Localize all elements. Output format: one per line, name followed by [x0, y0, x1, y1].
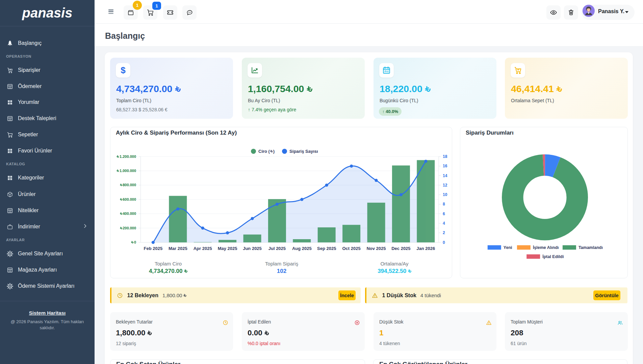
svg-text:May 2025: May 2025 — [218, 246, 237, 251]
svg-text:Sep 2025: Sep 2025 — [317, 246, 336, 251]
svg-text:Aug 2025: Aug 2025 — [292, 246, 312, 251]
svg-text:İşleme Alındı: İşleme Alındı — [533, 245, 559, 250]
svg-text:Nov 2025: Nov 2025 — [366, 246, 386, 251]
svg-text:Oct 2025: Oct 2025 — [342, 246, 360, 251]
svg-text:Apr 2025: Apr 2025 — [194, 246, 212, 251]
svg-text:Feb 2025: Feb 2025 — [144, 246, 163, 251]
svg-text:Jul 2025: Jul 2025 — [268, 246, 286, 251]
svg-text:Tamamlandı: Tamamlandı — [578, 245, 603, 250]
svg-text:Dec 2025: Dec 2025 — [391, 246, 410, 251]
svg-text:Jun 2025: Jun 2025 — [243, 246, 262, 251]
svg-text:Mar 2025: Mar 2025 — [169, 246, 187, 251]
svg-text:İptal Edildi: İptal Edildi — [542, 254, 564, 259]
svg-text:Yeni: Yeni — [504, 245, 512, 250]
svg-text:Jan 2026: Jan 2026 — [416, 246, 435, 251]
